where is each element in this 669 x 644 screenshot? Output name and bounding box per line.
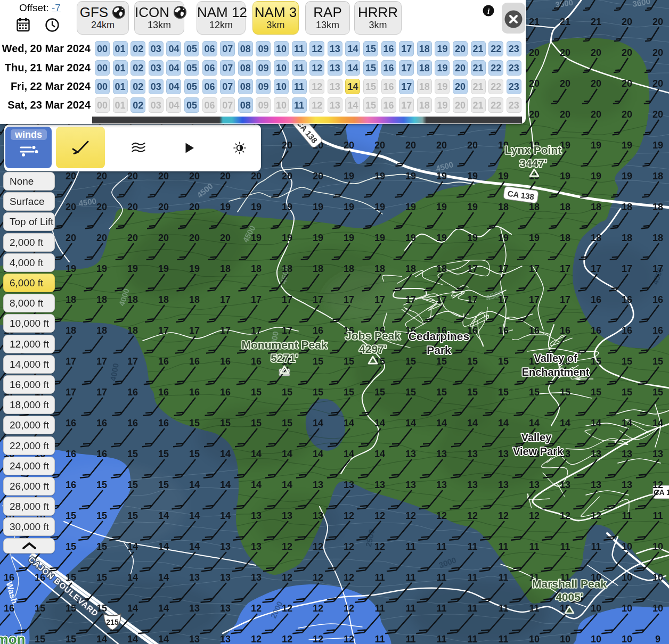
svg-text:14: 14 xyxy=(127,603,138,614)
svg-text:13: 13 xyxy=(220,603,231,614)
svg-text:15: 15 xyxy=(189,418,200,428)
svg-text:19: 19 xyxy=(220,202,231,212)
svg-text:20: 20 xyxy=(282,140,292,151)
svg-text:10: 10 xyxy=(529,634,540,644)
svg-text:11: 11 xyxy=(498,541,508,552)
svg-text:11: 11 xyxy=(374,634,385,644)
svg-text:14: 14 xyxy=(622,418,632,428)
svg-text:19: 19 xyxy=(529,233,540,243)
svg-text:15: 15 xyxy=(127,510,138,521)
svg-text:mon: mon xyxy=(0,631,25,644)
svg-text:20: 20 xyxy=(313,171,323,181)
svg-text:12: 12 xyxy=(560,510,570,521)
svg-text:20: 20 xyxy=(96,171,107,181)
svg-text:17: 17 xyxy=(66,387,76,398)
svg-text:21: 21 xyxy=(560,16,570,27)
svg-text:10: 10 xyxy=(652,572,663,583)
svg-text:12: 12 xyxy=(344,603,354,614)
svg-text:11: 11 xyxy=(467,572,477,583)
svg-text:15: 15 xyxy=(560,387,570,398)
svg-text:11: 11 xyxy=(436,541,446,552)
svg-text:17: 17 xyxy=(560,294,570,305)
svg-text:17: 17 xyxy=(374,294,385,305)
svg-text:17: 17 xyxy=(66,356,76,367)
svg-text:20: 20 xyxy=(158,202,169,212)
svg-text:13: 13 xyxy=(652,449,663,459)
svg-text:18: 18 xyxy=(591,202,601,212)
svg-text:Jobs Peak: Jobs Peak xyxy=(345,329,401,342)
svg-text:13: 13 xyxy=(622,480,632,490)
svg-text:14: 14 xyxy=(560,418,570,428)
svg-text:14: 14 xyxy=(282,449,292,459)
svg-text:Valley of: Valley of xyxy=(534,352,577,364)
svg-text:15: 15 xyxy=(35,603,45,614)
svg-text:13: 13 xyxy=(436,449,447,459)
svg-text:5271': 5271' xyxy=(271,352,298,364)
svg-text:12: 12 xyxy=(652,480,663,490)
svg-text:11: 11 xyxy=(436,572,446,583)
svg-text:20: 20 xyxy=(127,171,138,181)
svg-text:15: 15 xyxy=(66,510,76,521)
svg-text:Cedarpines: Cedarpines xyxy=(409,330,469,342)
svg-text:15: 15 xyxy=(158,480,169,490)
svg-text:18: 18 xyxy=(498,202,509,212)
svg-text:18: 18 xyxy=(96,294,107,305)
svg-text:13: 13 xyxy=(498,480,509,490)
svg-text:17: 17 xyxy=(467,294,478,305)
svg-text:15: 15 xyxy=(313,356,323,367)
svg-text:20: 20 xyxy=(622,78,632,89)
svg-text:16: 16 xyxy=(591,325,601,336)
svg-text:16: 16 xyxy=(158,418,169,428)
svg-text:12: 12 xyxy=(436,510,447,521)
svg-text:13: 13 xyxy=(344,480,354,490)
svg-text:15: 15 xyxy=(96,541,107,552)
svg-text:20: 20 xyxy=(96,202,107,212)
svg-text:Lynx Point: Lynx Point xyxy=(505,144,562,156)
svg-text:19: 19 xyxy=(251,202,262,212)
svg-text:14: 14 xyxy=(158,510,169,521)
svg-text:10: 10 xyxy=(652,603,663,614)
svg-text:19: 19 xyxy=(405,202,416,212)
svg-text:16: 16 xyxy=(560,325,570,336)
svg-text:14: 14 xyxy=(313,449,323,459)
svg-text:17: 17 xyxy=(405,294,416,305)
svg-text:14: 14 xyxy=(436,418,447,428)
svg-text:15: 15 xyxy=(498,356,509,367)
svg-text:12: 12 xyxy=(344,541,354,552)
svg-text:18: 18 xyxy=(127,294,138,305)
svg-text:11: 11 xyxy=(622,510,632,521)
svg-text:13: 13 xyxy=(436,480,447,490)
svg-text:15: 15 xyxy=(158,449,169,459)
svg-text:19: 19 xyxy=(313,202,323,212)
svg-text:19: 19 xyxy=(652,140,663,151)
svg-text:14: 14 xyxy=(467,418,478,428)
svg-text:14: 14 xyxy=(591,418,601,428)
svg-text:11: 11 xyxy=(652,510,663,521)
svg-text:19: 19 xyxy=(96,263,107,274)
svg-text:20: 20 xyxy=(220,233,231,243)
svg-text:14: 14 xyxy=(220,510,231,521)
svg-text:17: 17 xyxy=(467,263,478,274)
svg-text:20: 20 xyxy=(66,202,76,212)
svg-text:12: 12 xyxy=(374,510,385,521)
svg-text:20: 20 xyxy=(560,109,570,120)
svg-text:17: 17 xyxy=(652,263,663,274)
svg-text:16: 16 xyxy=(313,325,323,336)
svg-text:15: 15 xyxy=(405,356,416,367)
svg-text:20: 20 xyxy=(591,47,601,58)
svg-text:11: 11 xyxy=(498,603,508,614)
svg-text:9: 9 xyxy=(655,634,660,644)
svg-text:17: 17 xyxy=(158,325,169,336)
svg-text:16: 16 xyxy=(127,387,138,398)
svg-text:19: 19 xyxy=(66,263,76,274)
svg-text:15: 15 xyxy=(96,480,107,490)
svg-text:13: 13 xyxy=(189,572,200,583)
svg-text:18: 18 xyxy=(436,263,447,274)
svg-text:12: 12 xyxy=(282,572,292,583)
svg-text:16: 16 xyxy=(652,294,663,305)
svg-text:16: 16 xyxy=(66,418,76,428)
svg-text:14: 14 xyxy=(220,480,231,490)
svg-text:13: 13 xyxy=(529,480,540,490)
svg-text:19: 19 xyxy=(158,263,169,274)
svg-text:17: 17 xyxy=(498,263,509,274)
